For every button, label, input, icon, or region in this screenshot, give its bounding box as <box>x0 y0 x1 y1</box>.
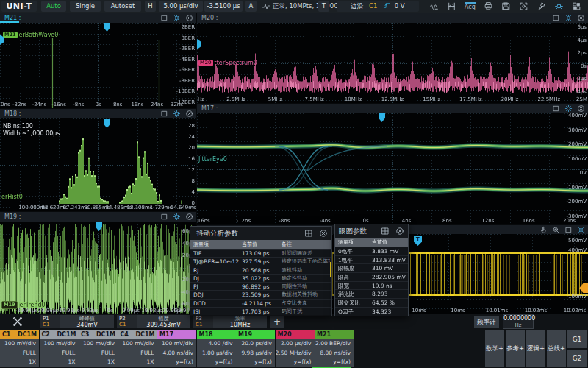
panel-m18-title: M18 : <box>4 110 21 117</box>
table-row[interactable]: PJ96.892 ps周期性抖动 <box>190 282 331 290</box>
maximize-icon[interactable] <box>160 14 168 22</box>
m20-trace-label: tterSpectrum0 <box>215 60 257 66</box>
panel-m18-plot[interactable]: 2824201612840100.000ms83.622ms67.243ms50… <box>0 118 196 211</box>
acq-icon[interactable]: Acq <box>465 2 476 11</box>
table-row[interactable]: 消光比8.293 <box>335 289 408 298</box>
channel-tile-M17[interactable]: M17100 mV/div4.00 ns/divy=f(x) <box>157 330 196 367</box>
channel-tile-C4[interactable]: C4DC1M100 mV/divFULL1X <box>118 330 157 367</box>
measure-menu-icon[interactable] <box>12 316 24 328</box>
maximize-icon[interactable] <box>160 110 168 118</box>
close-icon[interactable] <box>395 227 404 236</box>
channel-strip: C1DC1M100 mV/divFULL1XC2DC1M100 mV/divFU… <box>0 329 588 368</box>
gear-icon[interactable] <box>564 14 573 22</box>
grid-icon[interactable] <box>304 229 313 238</box>
pulse-icon <box>262 2 270 11</box>
panel-m17-titlebar[interactable]: M17 : <box>197 104 588 113</box>
horizontal-offset-value[interactable]: -3.5100 μs <box>204 1 243 12</box>
panel-m20-titlebar[interactable]: M20 : <box>197 13 588 23</box>
group-button-G2[interactable]: G2 <box>567 350 587 367</box>
autoset-button[interactable]: Autoset <box>104 1 141 12</box>
add-measurement-button[interactable]: + <box>270 315 284 328</box>
single-button[interactable]: Single <box>70 1 101 12</box>
trigger-summary[interactable]: 边沿 C1 0 V <box>337 1 419 12</box>
close-icon[interactable] <box>577 105 585 113</box>
table-row[interactable]: DJ35.022 ps确定性抖动 <box>190 274 331 282</box>
gear-icon[interactable] <box>173 14 181 22</box>
panel-m17-plot[interactable]: 400mV300mV200mV100mV0V-100mV-200mV-300mV… <box>197 113 588 224</box>
table-row[interactable]: 眼高282.905 mV <box>335 272 408 281</box>
channel-name: M21 <box>317 330 331 339</box>
table-row[interactable]: TIE173.09 ps时间间隔误差 <box>190 249 331 257</box>
measure-icon[interactable] <box>447 1 456 11</box>
table-cell: DCD <box>190 300 239 307</box>
table-row[interactable]: 眼交叉比64.52 % <box>335 298 408 307</box>
panel-m18-titlebar[interactable]: M18 : <box>0 109 196 118</box>
close-icon[interactable] <box>577 14 585 22</box>
channel-tile-M18[interactable]: M184.00 /div1.00 μs/divy=f(x) <box>197 330 236 367</box>
side-button-2[interactable]: 参考+ <box>506 330 525 367</box>
panel-m19-titlebar[interactable]: M19 : <box>0 212 196 222</box>
zoom-in-icon[interactable] <box>552 226 560 234</box>
panel-m19-plot[interactable]: 60ps40ps20ps0s-20ps-40ps-60ps-39.94μs-29… <box>0 222 196 314</box>
table-row[interactable]: ISI17.703 ps码间干扰 <box>190 307 331 315</box>
table-row[interactable]: DDJ23.509 ps数据相关性抖动 <box>190 290 331 298</box>
panel-m21-titlebar[interactable]: M21 : <box>0 13 196 23</box>
channel-tile-M21[interactable]: M212.00 BER/div8.00 ns/divy=f(x) <box>315 330 354 367</box>
side-button-4[interactable]: 总线+ <box>547 330 566 367</box>
table-row[interactable]: TJ@BER=10e-12327.59 ps特定误码率下的总体抖动 <box>190 257 331 265</box>
table-cell: 20.568 ps <box>239 266 279 274</box>
horizontal-menu-button[interactable]: H <box>145 1 156 12</box>
group-button-G1[interactable]: G1 <box>567 330 587 348</box>
side-button-3[interactable]: 逻辑+ <box>526 330 545 367</box>
measurement-chip-P2[interactable]: P2C1幅度309.453mV <box>117 315 190 328</box>
table-row[interactable]: 眼宽19.9 ns <box>335 281 408 290</box>
layout-icon[interactable] <box>572 1 581 11</box>
channel-tile-M20[interactable]: M202.00 μs/div2.50 MHz/divy=f(x) <box>276 330 315 367</box>
jitter-table-scrollbar[interactable] <box>330 262 331 277</box>
measurement-chip-P1[interactable]: P1C1峰峰值340mV <box>40 315 114 328</box>
settings-gear-icon[interactable] <box>554 1 564 11</box>
channel-tile-C2[interactable]: C2DC1M100 mV/divFULL1X <box>40 330 79 367</box>
table-cell: 特定误码率下的总体抖动 <box>279 258 330 265</box>
eye-dialog-titlebar[interactable]: 眼图参数 <box>335 224 408 238</box>
channel-tile-M19[interactable]: M1920.0 ps/div9.98 μs/divy=f(x) <box>236 330 275 367</box>
timebase-value[interactable]: 5.00 μs/div <box>159 1 203 12</box>
jitter-dialog-titlebar[interactable]: 抖动分析参数 <box>190 227 331 240</box>
run-state-button[interactable]: Auto <box>41 1 66 12</box>
maximize-icon[interactable] <box>552 105 560 113</box>
channel-tile-C1[interactable]: C1DC1M100 mV/divFULL1X <box>0 330 39 367</box>
side-button-1[interactable]: 数学+ <box>485 330 504 367</box>
close-icon[interactable] <box>185 213 193 221</box>
maximize-icon[interactable] <box>160 213 168 221</box>
m17-eye-canvas[interactable] <box>197 113 588 224</box>
hand-icon[interactable] <box>539 226 548 234</box>
gear-icon[interactable] <box>564 105 573 113</box>
measurement-chip-P3[interactable]: P3C1频率10MHz <box>193 315 267 328</box>
gear-icon[interactable] <box>173 213 181 221</box>
grid-icon[interactable] <box>381 227 390 236</box>
table-row[interactable]: RJ20.568 ps随机抖动 <box>190 266 331 274</box>
table-cell: 19.9 ns <box>369 282 406 290</box>
trigger-menu-button[interactable]: T <box>318 1 329 12</box>
panel-m21-plot[interactable]: 2BER0BER-2BER-4BER-6BER-8BER-10BER-12BER… <box>0 23 196 108</box>
gear-icon[interactable] <box>173 110 181 118</box>
table-row[interactable]: DCD-4.2114 ps占空比失真 <box>190 299 331 307</box>
channel-tile-C3[interactable]: C3DC1M100 mV/divFULL1X <box>79 330 118 367</box>
table-row[interactable]: Q因子34.323 <box>335 307 408 316</box>
close-icon[interactable] <box>319 229 328 238</box>
maximize-icon[interactable] <box>552 14 560 22</box>
acquire-menu-button[interactable]: A <box>245 1 257 12</box>
screenshot-icon[interactable] <box>519 1 528 11</box>
table-row[interactable]: 1电平313.833 mV <box>335 255 408 264</box>
close-icon[interactable] <box>185 110 193 118</box>
printer-icon[interactable] <box>484 1 493 11</box>
gear-icon[interactable] <box>577 226 585 234</box>
brush-icon[interactable] <box>537 1 546 11</box>
signal-edit-icon[interactable] <box>429 1 439 11</box>
close-icon[interactable] <box>185 14 193 22</box>
panel-m20-plot[interactable]: 6μs4μs2μs0s-2μs-4μsHz2.5MHz5MHz7.5MHz10M… <box>197 23 588 103</box>
maximize-icon[interactable] <box>564 226 573 234</box>
save-icon[interactable] <box>501 1 511 11</box>
table-row[interactable]: 0电平3.833 mV <box>335 247 408 255</box>
table-row[interactable]: 眼幅度310 mV <box>335 263 408 272</box>
